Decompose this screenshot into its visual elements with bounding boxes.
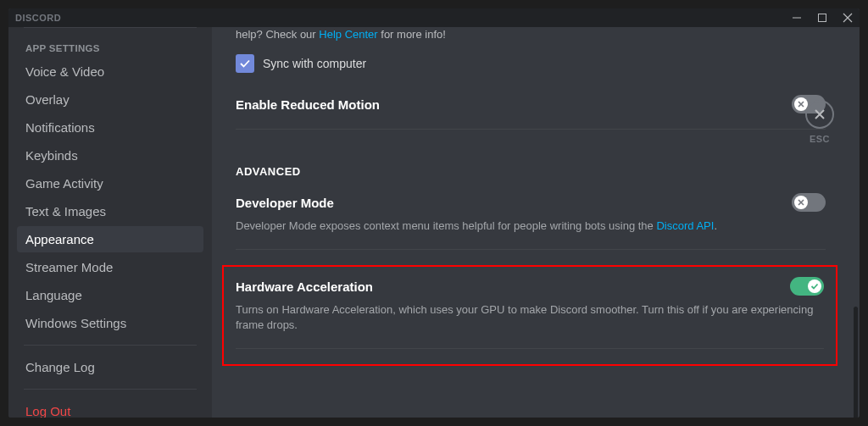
sidebar-item-appearance[interactable]: Appearance [17,226,203,252]
hardware-acceleration-title: Hardware Acceleration [236,279,373,294]
sidebar-item-notifications[interactable]: Notifications [17,114,203,141]
divider [236,348,824,349]
sidebar-item-change-log[interactable]: Change Log [17,354,203,380]
titlebar-controls [792,13,853,23]
developer-mode-title: Developer Mode [236,196,334,210]
advanced-heading: ADVANCED [236,165,826,178]
help-center-link[interactable]: Help Center [319,28,377,41]
svg-rect-0 [793,18,801,19]
sidebar: APP SETTINGS Voice & Video Overlay Notif… [8,27,212,418]
x-icon [797,198,805,207]
text: Developer Mode exposes context menu item… [236,219,656,232]
titlebar: DISCORD [8,8,860,27]
close-icon[interactable] [843,13,853,23]
toggle-knob [808,279,821,293]
divider [24,389,197,390]
close-icon [805,100,834,129]
sync-label: Sync with computer [263,57,366,70]
content: help? Check our Help Center for more inf… [212,27,860,418]
sidebar-item-language[interactable]: Language [17,282,203,308]
sidebar-heading: APP SETTINGS [17,38,203,58]
text: for more info! [378,28,446,41]
divider [236,249,826,250]
text: . [714,219,717,232]
check-icon [239,58,251,69]
developer-mode-toggle[interactable] [792,193,826,212]
divider [24,345,197,346]
scrollbar-thumb[interactable] [854,307,858,418]
discord-api-link[interactable]: Discord API [656,219,714,232]
svg-rect-1 [819,14,826,22]
hardware-acceleration-desc: Turns on Hardware Acceleration, which us… [236,302,824,333]
main-area: APP SETTINGS Voice & Video Overlay Notif… [8,27,860,418]
x-icon [797,100,805,108]
sidebar-item-streamer-mode[interactable]: Streamer Mode [17,254,203,280]
minimize-icon[interactable] [792,13,802,23]
app-window: DISCORD APP SETTINGS Voice & Video Overl… [8,8,860,418]
sidebar-item-keybinds[interactable]: Keybinds [17,142,203,169]
sidebar-item-overlay[interactable]: Overlay [17,86,203,113]
sidebar-item-voice-video[interactable]: Voice & Video [17,58,203,85]
reduced-motion-title: Enable Reduced Motion [236,97,380,112]
sidebar-item-text-images[interactable]: Text & Images [17,198,203,224]
hardware-acceleration-toggle[interactable] [790,277,824,296]
hardware-acceleration-highlight: Hardware Acceleration Turns on Hardware … [222,265,837,366]
help-center-text: help? Check our Help Center for more inf… [236,27,826,42]
titlebar-title: DISCORD [15,13,792,23]
divider [236,129,826,130]
developer-mode-block: Developer Mode Developer Mode exposes co… [236,193,826,234]
sidebar-item-game-activity[interactable]: Game Activity [17,170,203,196]
developer-mode-desc: Developer Mode exposes context menu item… [236,219,826,234]
developer-mode-row: Developer Mode [236,193,826,212]
check-icon [810,282,819,290]
maximize-icon[interactable] [817,13,827,23]
sync-with-computer-row: Sync with computer [236,54,826,73]
esc-label: ESC [810,134,830,144]
esc-button[interactable]: ESC [805,100,834,144]
reduced-motion-row: Enable Reduced Motion [236,95,826,113]
text: help? Check our [236,28,319,41]
sync-checkbox[interactable] [236,54,254,73]
sidebar-item-log-out[interactable]: Log Out [17,398,203,418]
sidebar-item-windows-settings[interactable]: Windows Settings [17,310,203,336]
hardware-acceleration-row: Hardware Acceleration [236,277,824,296]
divider [24,27,197,28]
toggle-knob [794,196,808,209]
